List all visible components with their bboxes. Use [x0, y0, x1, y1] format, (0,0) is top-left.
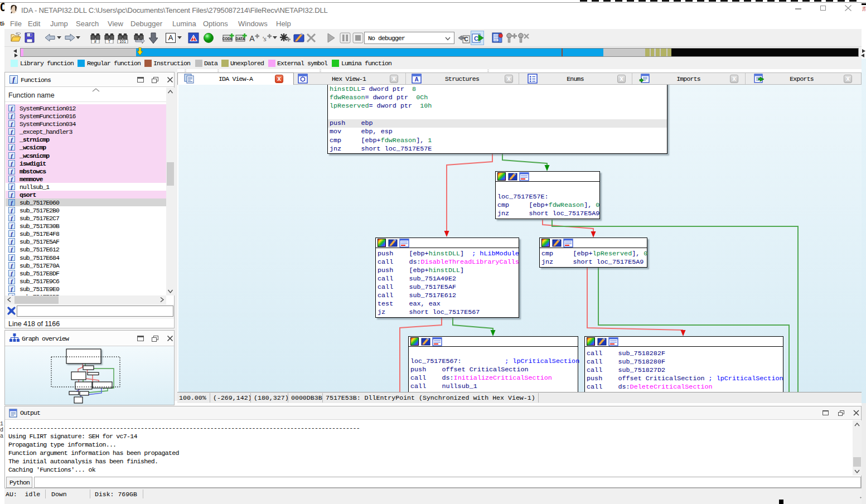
svg-text:#: #	[94, 40, 96, 43]
svg-text:C: C	[474, 35, 478, 42]
svg-text:A: A	[249, 34, 255, 43]
svg-text:T: T	[108, 40, 111, 43]
svg-text:101: 101	[119, 40, 126, 43]
svg-text:DATA: DATA	[235, 37, 245, 41]
svg-text:'s: 's	[262, 35, 267, 43]
svg-text:C: C	[464, 36, 468, 42]
